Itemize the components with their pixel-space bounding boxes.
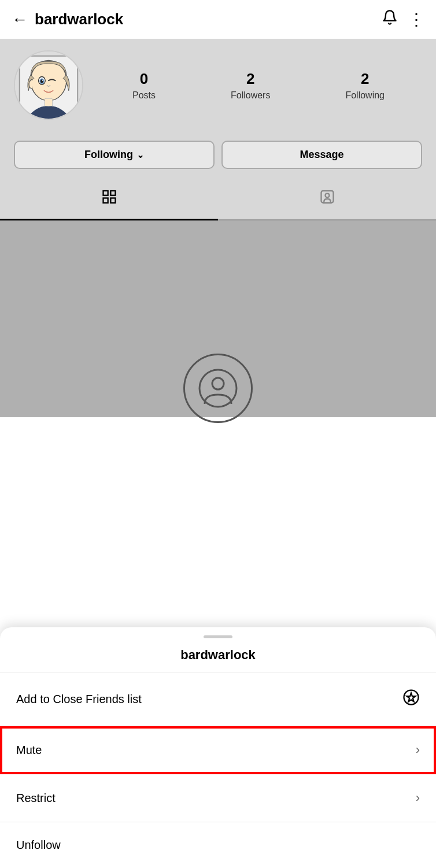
avatar bbox=[14, 50, 83, 120]
restrict-item[interactable]: Restrict › bbox=[0, 774, 436, 822]
following-stat[interactable]: 2 Following bbox=[345, 70, 385, 101]
restrict-chevron-icon: › bbox=[416, 790, 420, 806]
mute-item[interactable]: Mute › bbox=[0, 726, 436, 774]
back-button[interactable]: ← bbox=[12, 10, 28, 29]
svg-point-6 bbox=[42, 80, 43, 81]
posts-stat[interactable]: 0 Posts bbox=[132, 70, 156, 101]
nav-username: bardwarlock bbox=[35, 10, 123, 28]
svg-rect-7 bbox=[45, 98, 53, 106]
nav-icons: ⋮ bbox=[382, 9, 424, 30]
message-button[interactable]: Message bbox=[221, 141, 422, 169]
followers-count: 2 bbox=[246, 70, 254, 88]
unfollow-label: Unfollow bbox=[16, 838, 61, 852]
tab-tagged[interactable] bbox=[218, 178, 436, 219]
sheet-drag-handle bbox=[204, 635, 232, 638]
following-label: Following bbox=[345, 90, 385, 101]
svg-point-13 bbox=[325, 193, 329, 197]
grid-icon bbox=[101, 189, 117, 209]
add-close-friends-label: Add to Close Friends list bbox=[16, 693, 142, 706]
profile-section: 0 Posts 2 Followers 2 Following bbox=[0, 39, 436, 131]
star-icon bbox=[402, 689, 420, 709]
top-nav: ← bardwarlock ⋮ bbox=[0, 0, 436, 39]
following-chevron-icon: ⌄ bbox=[136, 149, 144, 160]
tagged-icon bbox=[319, 189, 335, 209]
svg-point-15 bbox=[212, 378, 224, 389]
following-count: 2 bbox=[361, 70, 369, 88]
restrict-label: Restrict bbox=[16, 792, 56, 805]
followers-stat[interactable]: 2 Followers bbox=[231, 70, 270, 101]
action-buttons: Following ⌄ Message bbox=[0, 131, 436, 178]
sheet-title: bardwarlock bbox=[0, 643, 436, 672]
notification-icon[interactable] bbox=[382, 9, 398, 30]
mute-label: Mute bbox=[16, 744, 42, 757]
svg-rect-9 bbox=[110, 191, 115, 196]
more-options-icon[interactable]: ⋮ bbox=[408, 10, 424, 29]
posts-count: 0 bbox=[140, 70, 148, 88]
empty-state-icon bbox=[183, 354, 253, 423]
sheet-handle-bar bbox=[0, 627, 436, 643]
mute-chevron-icon: › bbox=[416, 742, 420, 757]
svg-rect-11 bbox=[110, 198, 115, 203]
unfollow-item[interactable]: Unfollow bbox=[0, 822, 436, 868]
add-close-friends-item[interactable]: Add to Close Friends list bbox=[0, 672, 436, 726]
bottom-sheet: bardwarlock Add to Close Friends list Mu… bbox=[0, 627, 436, 868]
tabs-row bbox=[0, 178, 436, 220]
posts-label: Posts bbox=[132, 90, 156, 101]
following-button[interactable]: Following ⌄ bbox=[14, 141, 215, 169]
followers-label: Followers bbox=[231, 90, 270, 101]
tab-grid[interactable] bbox=[0, 178, 218, 219]
nav-left: ← bardwarlock bbox=[12, 10, 123, 29]
stats-row: 0 Posts 2 Followers 2 Following bbox=[95, 70, 422, 101]
content-area bbox=[0, 220, 436, 417]
svg-rect-10 bbox=[103, 198, 108, 203]
svg-rect-8 bbox=[103, 191, 108, 196]
